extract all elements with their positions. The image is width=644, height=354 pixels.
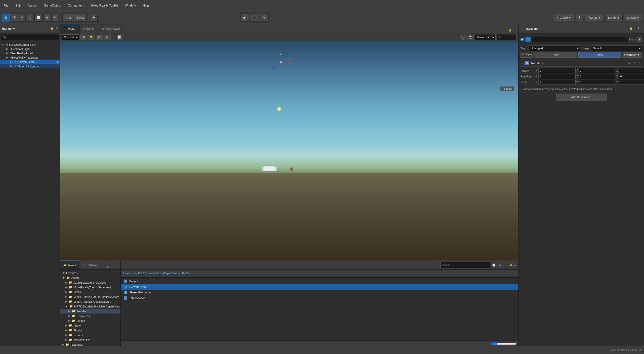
2d-button[interactable]: 2D — [80, 34, 87, 40]
back-button[interactable]: ◄ Back — [500, 86, 514, 91]
mrtk-item[interactable]: ▶ 📁 MRTK — [60, 290, 120, 294]
packages-item[interactable]: ▶ 📁 Packages — [60, 342, 120, 346]
scene-viewport[interactable]: ✕ ✕ — [60, 41, 518, 260]
photon-item[interactable]: ▶ 📁 Photon — [60, 323, 120, 328]
menu-edit[interactable]: Edit — [14, 3, 22, 8]
transform-help-button[interactable]: ? — [632, 62, 636, 65]
scale-z-input[interactable] — [619, 80, 644, 85]
layer-dropdown[interactable]: Default — [591, 46, 642, 51]
cloud-sync-button[interactable]: ⬆ — [576, 14, 583, 21]
move-tool-button[interactable]: ✛ — [11, 14, 18, 22]
account-button[interactable]: Account ▼ — [585, 14, 604, 21]
mrtk-multi-item[interactable]: ▼ 📁 MRTK.Tutorials.MultiUserCapabilities — [60, 304, 120, 309]
scripts-item[interactable]: ▶ 📁 Scripts — [60, 318, 120, 323]
camera-settings[interactable]: 📷 — [467, 34, 474, 40]
inspector-lock-button[interactable]: 🔒 — [628, 27, 634, 31]
files-search-input[interactable] — [440, 262, 491, 268]
menu-mixed-reality[interactable]: Mixed Reality Toolkit — [89, 3, 119, 8]
menu-gameobject[interactable]: GameObject — [42, 3, 62, 8]
default-layout-button[interactable]: Default ▼ — [624, 14, 642, 21]
file-entry-tableanchor[interactable]: ⬡ TableAnchor — [121, 295, 518, 301]
tab-asset-store[interactable]: 🛒 Asset Store — [98, 24, 124, 33]
gizmos-dropdown[interactable]: Gizmos ▼ — [475, 34, 496, 40]
rot-z-input[interactable] — [619, 74, 644, 79]
scale-tool-button[interactable]: ⊡ — [27, 14, 33, 22]
snap-button[interactable]: ⊞ — [91, 14, 98, 22]
plugins-item[interactable]: ▶ 📁 Plugins — [60, 328, 120, 333]
menu-assets[interactable]: Assets — [26, 3, 38, 8]
zoom-slider[interactable] — [491, 343, 516, 345]
tree-item-networklobby[interactable]: ▶ ⬡ NetworkLobby ▶ — [0, 60, 60, 64]
pos-y-input[interactable] — [579, 68, 616, 73]
perf-button[interactable]: 📊 — [116, 34, 123, 40]
tree-item-sharedplayground[interactable]: ▶ ⬡ SharedPlayground — [0, 64, 60, 68]
audio-button[interactable]: 🔊 — [96, 34, 103, 40]
azure-item[interactable]: ▶ 📁 AzureSpatialAnchors.SDK — [60, 280, 120, 285]
scene-fullscreen[interactable]: ⛶ — [460, 34, 466, 40]
rot-x-input[interactable] — [538, 74, 576, 79]
transform-tool-button[interactable]: ⊞ — [44, 14, 50, 22]
scale-y-input[interactable] — [579, 80, 616, 85]
project-add-button[interactable]: + — [102, 265, 106, 269]
scenes-item[interactable]: ▶ 📁 Scenes — [60, 333, 120, 337]
pos-x-input[interactable] — [538, 68, 576, 73]
resources-item[interactable]: ▶ 📁 Resources — [60, 314, 120, 318]
rect-tool-button[interactable]: ⬜ — [34, 14, 43, 22]
scene-search-input[interactable] — [497, 34, 517, 40]
textmesh-item[interactable]: ▶ 📁 TextMesh Pro — [60, 337, 120, 342]
tab-scene[interactable]: ⛶ Scene — [60, 24, 79, 33]
select-button[interactable]: Select — [578, 52, 621, 58]
rot-y-input[interactable] — [579, 74, 616, 79]
file-entry-buttons[interactable]: ⬡ Buttons — [121, 279, 518, 284]
effects-button[interactable]: ✨ — [104, 34, 111, 40]
tree-item-multiuser[interactable]: ▼ 🎬 MultiUserCapabilities* — [0, 43, 60, 47]
tree-item-mrtk[interactable]: ▶ MixedRealityToolkit — [0, 51, 60, 55]
step-button[interactable]: ⏭ — [260, 14, 269, 22]
tag-dropdown[interactable]: Untagged — [529, 46, 580, 51]
assets-root-item[interactable]: ▼ 📁 Assets — [60, 275, 120, 280]
tab-game[interactable]: ▶ Game — [79, 24, 98, 33]
menu-component[interactable]: Component — [66, 3, 85, 8]
scene-tab-more[interactable]: ⋮ — [513, 28, 516, 32]
mrtk-azure-item[interactable]: ▶ 📁 MRTK.Tutorials.AzureSpatialAnchors — [60, 294, 120, 299]
extra-tool-button[interactable]: ✦ — [51, 14, 58, 22]
object-active-checkbox[interactable] — [520, 38, 524, 41]
transform-settings-button[interactable]: ⚙ — [627, 62, 631, 65]
breadcrumb-prefabs[interactable]: Prefabs — [182, 272, 191, 275]
overrides-button[interactable]: Overrides ▼ — [622, 52, 642, 58]
hierarchy-more-icon[interactable]: ⋮ — [55, 27, 58, 31]
favorites-item[interactable]: ★ Favorites — [60, 271, 120, 275]
menu-help[interactable]: Help — [141, 3, 150, 8]
add-component-button[interactable]: Add Component — [556, 94, 607, 101]
files-view-toggle[interactable]: 📋 — [491, 263, 497, 267]
play-button[interactable]: ▶ — [240, 14, 250, 22]
transform-more-button[interactable]: ⋮ — [637, 62, 642, 65]
menu-file[interactable]: File — [2, 3, 10, 8]
prefabs-item[interactable]: ▶ 📁 Prefabs — [60, 309, 120, 314]
files-star-button[interactable]: ★ — [498, 263, 502, 267]
files-expand-button[interactable]: ⛶ — [503, 263, 508, 267]
project-dropdown-icon[interactable]: ▼ — [106, 266, 109, 269]
rotate-tool-button[interactable]: ↺ — [19, 14, 26, 22]
inspector-more-button[interactable]: ⋮ — [636, 27, 641, 31]
shading-dropdown[interactable]: Shaded — [62, 34, 79, 40]
mrtk-gen-item[interactable]: ▶ 📁 MixedRealityToolkit.Generated — [60, 285, 120, 290]
hierarchy-search-input[interactable] — [1, 35, 59, 40]
static-dropdown-button[interactable]: ▼ — [637, 37, 642, 42]
open-button[interactable]: Open — [535, 52, 577, 58]
mrtk-start-item[interactable]: ▶ 📁 MRTK.Tutorials.GettingStarted — [60, 299, 120, 304]
pause-button[interactable]: ⏸ — [250, 14, 259, 22]
breadcrumb-assets[interactable]: Assets — [123, 272, 130, 275]
file-entry-sharedplayground[interactable]: ⬡ SharedPlayground — [121, 290, 518, 295]
tab-console[interactable]: ⬛ Console — [79, 260, 100, 269]
object-name-input[interactable] — [532, 37, 627, 42]
scale-x-input[interactable] — [538, 80, 576, 85]
pos-z-input[interactable] — [619, 68, 644, 73]
pivot-button[interactable]: Pivot — [62, 14, 73, 22]
hand-tool-button[interactable]: ✋ — [2, 14, 10, 22]
breadcrumb-mrtk-multi[interactable]: MRTK.Tutorials.MultiUserCapabilities — [135, 272, 177, 275]
tab-project[interactable]: 📁 Project — [60, 260, 79, 269]
light-button[interactable]: 💡 — [88, 34, 95, 40]
collab-button[interactable]: ☁ Collab ▼ — [553, 14, 574, 21]
layers-button[interactable]: Layers ▼ — [605, 14, 623, 21]
